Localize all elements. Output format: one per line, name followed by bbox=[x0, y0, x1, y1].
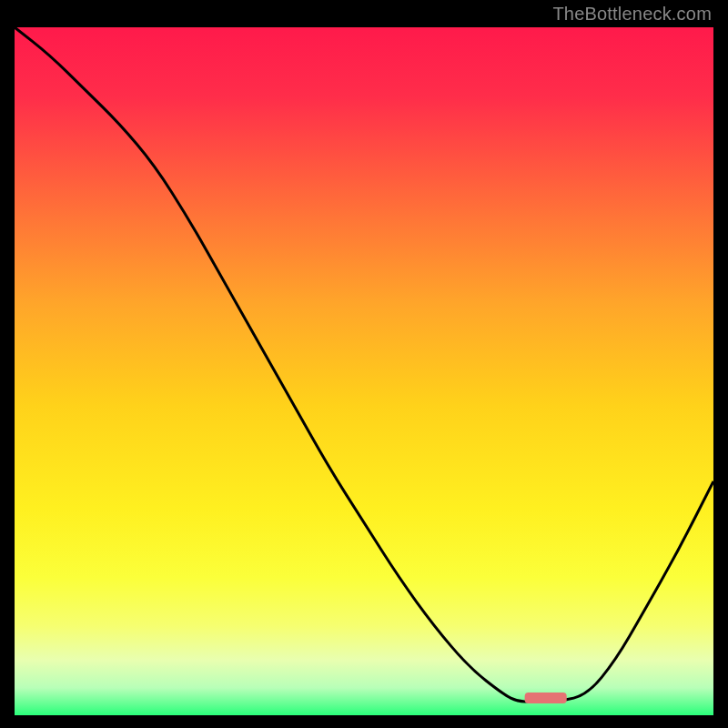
optimal-marker bbox=[525, 693, 567, 703]
chart-container bbox=[15, 27, 713, 715]
bottleneck-chart bbox=[15, 27, 713, 715]
chart-background bbox=[15, 27, 713, 715]
attribution-label: TheBottleneck.com bbox=[552, 4, 712, 25]
